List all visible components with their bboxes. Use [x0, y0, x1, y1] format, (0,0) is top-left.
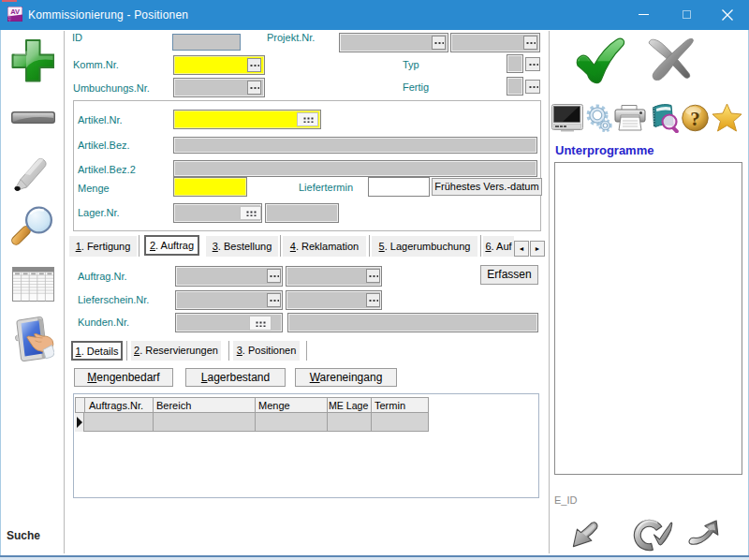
svg-text:?: ? [690, 108, 700, 130]
svg-text:AV: AV [10, 7, 20, 16]
